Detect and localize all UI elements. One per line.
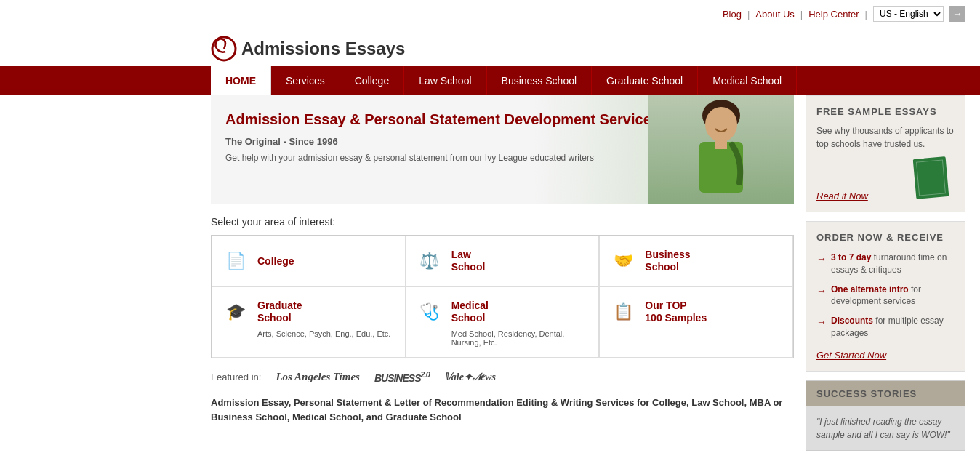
- logo[interactable]: Admissions Essays: [211, 36, 405, 62]
- interest-name-0: College: [257, 255, 294, 268]
- student-image: [674, 95, 768, 204]
- interest-name-5: Our TOP 100 Samples: [645, 300, 707, 324]
- left-content: Admission Essay & Personal Statement Dev…: [211, 95, 794, 453]
- success-stories-title: SUCCESS STORIES: [806, 381, 965, 406]
- nav-home[interactable]: HOME: [211, 66, 271, 95]
- featured-yn[interactable]: 𝕍ale✦𝒩ews: [444, 371, 496, 383]
- logo-section: Admissions Essays: [0, 28, 980, 66]
- interest-grid: 📄College⚖️Law School🤝Business School🎓Gra…: [211, 235, 794, 358]
- success-stories-box: SUCCESS STORIES "I just finished reading…: [806, 380, 965, 451]
- language-select[interactable]: US - English UK - English: [873, 6, 944, 22]
- svg-rect-4: [715, 140, 727, 149]
- interest-name-4: Medical School: [451, 300, 489, 324]
- nav-businessschool[interactable]: Business School: [487, 66, 593, 95]
- bottom-description-text: Admission Essay, Personal Statement & Le…: [211, 397, 782, 423]
- interest-section: Select your area of interest: 📄College⚖️…: [211, 216, 794, 358]
- order-item-2: → One alternate intro for development se…: [816, 284, 955, 308]
- interest-icon-3: 🎓: [221, 297, 250, 326]
- arrow-icon-3: →: [816, 316, 827, 330]
- nav-college[interactable]: College: [340, 66, 404, 95]
- nav-services[interactable]: Services: [271, 66, 340, 95]
- interest-icon-2: 🤝: [609, 246, 638, 276]
- interest-icon-5: 📋: [609, 297, 638, 326]
- interest-cell-business[interactable]: 🤝Business School: [599, 236, 793, 286]
- order-now-box: ORDER NOW & RECEIVE → 3 to 7 day turnaro…: [806, 221, 965, 372]
- interest-icon-4: 🩺: [415, 297, 444, 326]
- arrow-button[interactable]: →: [949, 6, 965, 22]
- arrow-icon-1: →: [816, 252, 827, 267]
- sep1: |: [747, 9, 750, 20]
- interest-cell-graduate[interactable]: 🎓Graduate SchoolArts, Science, Psych, En…: [212, 286, 406, 358]
- interest-sub-4: Med School, Residency, Dental, Nursing, …: [451, 329, 590, 347]
- hero-banner: Admission Essay & Personal Statement Dev…: [211, 95, 794, 204]
- free-sample-title: FREE SAMPLE ESSAYS: [816, 106, 955, 117]
- interest-name-3: Graduate School: [257, 300, 302, 324]
- order-item-1: → 3 to 7 day turnaround time on essays &…: [816, 252, 955, 276]
- interest-icon-0: 📄: [221, 246, 250, 276]
- featured-lat[interactable]: Los Angeles Times: [276, 371, 360, 383]
- main-nav: HOME Services College Law School Busines…: [0, 66, 980, 95]
- read-now-link[interactable]: Read it Now: [816, 191, 868, 201]
- order-item-3: → Discounts for multiple essay packages: [816, 315, 955, 340]
- book-icon-front: [913, 156, 949, 199]
- order-item-3-text: Discounts for multiple essay packages: [831, 315, 955, 340]
- interest-cell-our-top[interactable]: 📋Our TOP 100 Samples: [599, 286, 793, 358]
- logo-icon: [211, 36, 237, 62]
- sep3: |: [865, 9, 867, 20]
- interest-icon-1: ⚖️: [415, 246, 444, 276]
- order-item-1-text: 3 to 7 day turnaround time on essays & c…: [831, 252, 955, 276]
- interest-name-2: Business School: [645, 249, 690, 273]
- nav-medicalschool[interactable]: Medical School: [698, 66, 797, 95]
- hero-image: [648, 95, 794, 204]
- blog-link[interactable]: Blog: [723, 9, 742, 20]
- interest-cell-medical[interactable]: 🩺Medical SchoolMed School, Residency, De…: [406, 286, 600, 358]
- main-container: Admission Essay & Personal Statement Dev…: [0, 95, 980, 453]
- help-link[interactable]: Help Center: [808, 9, 859, 20]
- interest-sub-3: Arts, Science, Psych, Eng., Edu., Etc.: [257, 329, 390, 338]
- featured-section: Featured in: Los Angeles Times BUSINESS2…: [211, 370, 794, 384]
- logo-text: Admissions Essays: [241, 39, 405, 59]
- bottom-description: Admission Essay, Personal Statement & Le…: [211, 396, 794, 426]
- free-sample-box: FREE SAMPLE ESSAYS See why thousands of …: [806, 95, 965, 212]
- about-link[interactable]: About Us: [755, 9, 794, 20]
- featured-label: Featured in:: [211, 372, 261, 382]
- interest-name-1: Law School: [451, 249, 486, 273]
- success-stories-quote: "I just finished reading the essay sampl…: [806, 406, 965, 450]
- top-bar: Blog | About Us | Help Center | US - Eng…: [0, 0, 980, 28]
- arrow-icon-2: →: [816, 284, 827, 299]
- free-sample-desc: See why thousands of applicants to top s…: [816, 124, 955, 151]
- free-sample-action: Read it Now: [816, 158, 955, 201]
- nav-graduateschool[interactable]: Graduate School: [592, 66, 698, 95]
- svg-point-2: [705, 107, 737, 142]
- get-started-link[interactable]: Get Started Now: [816, 350, 886, 361]
- sep2: |: [800, 9, 803, 20]
- nav-lawschool[interactable]: Law School: [404, 66, 486, 95]
- right-sidebar: FREE SAMPLE ESSAYS See why thousands of …: [806, 95, 965, 453]
- interest-cell-college[interactable]: 📄College: [212, 236, 406, 286]
- interest-label: Select your area of interest:: [211, 216, 794, 228]
- featured-b2[interactable]: BUSINESS2.0: [374, 370, 430, 384]
- interest-cell-law[interactable]: ⚖️Law School: [406, 236, 600, 286]
- book-icon-container: [915, 158, 955, 201]
- order-now-title: ORDER NOW & RECEIVE: [816, 232, 955, 243]
- order-item-2-text: One alternate intro for development serv…: [831, 284, 955, 308]
